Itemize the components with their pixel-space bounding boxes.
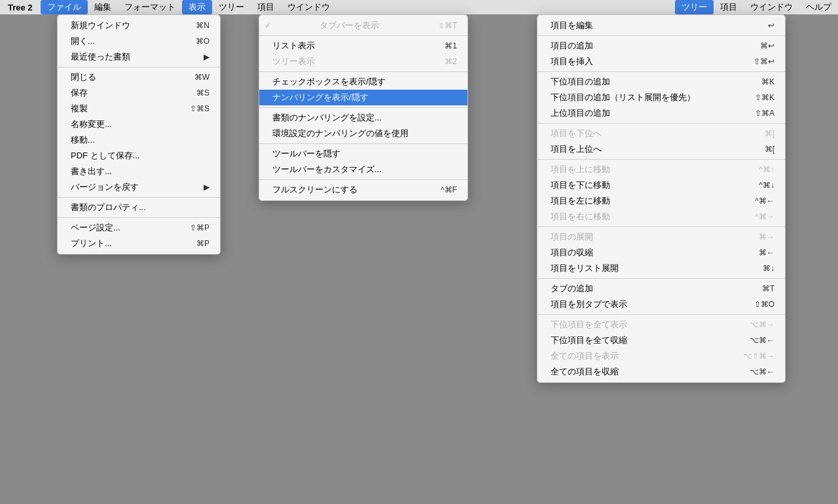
view-show-tabbar[interactable]: ✓ タブバーを表示 ⇧⌘T <box>259 18 467 33</box>
menu-help[interactable]: ヘルプ <box>799 0 838 14</box>
tree-show-in-tab[interactable]: 項目を別タブで表示 ⇧⌘O <box>537 297 785 312</box>
tree-menu-dropdown: 項目を編集 ↩ 項目の追加 ⌘↩ 項目を挿入 ⇧⌘↩ 下位項目の追加 ⌘K 下位… <box>537 14 786 383</box>
view-checkbox[interactable]: チェックボックスを表示/隠す <box>259 74 467 90</box>
file-menu-dropdown: 新規ウインドウ ⌘N 開く... ⌘O 最近使った書類 ▶ 閉じる ⌘W 保存 … <box>57 14 221 255</box>
file-new-window[interactable]: 新規ウインドウ ⌘N <box>58 18 220 33</box>
file-duplicate[interactable]: 複製 ⇧⌘S <box>58 101 220 117</box>
file-print[interactable]: プリント... ⌘P <box>58 236 220 251</box>
tree-edit-item[interactable]: 項目を編集 ↩ <box>537 18 785 33</box>
view-separator-5 <box>259 179 467 180</box>
tree-expand-all[interactable]: 全ての項目を表示 ⌥⇧⌘→ <box>537 348 785 364</box>
file-page-setup[interactable]: ページ設定... ⇧⌘P <box>58 220 220 236</box>
view-numbering[interactable]: ナンバリングを表示/隠す <box>259 90 467 105</box>
tree-add-child-list[interactable]: 下位項目の追加（リスト展開を優先） ⇧⌘K <box>537 90 785 105</box>
tree-indent[interactable]: 項目を下位へ ⌘] <box>537 126 785 141</box>
tree-collapse-all[interactable]: 全ての項目を収縮 ⌥⌘← <box>537 364 785 380</box>
tree-add-item[interactable]: 項目の追加 ⌘↩ <box>537 38 785 54</box>
tree-separator-4 <box>537 159 785 160</box>
tree-separator-3 <box>537 123 785 124</box>
tree-expand[interactable]: 項目の展開 ⌘→ <box>537 229 785 245</box>
file-revert[interactable]: バージョンを戻す ▶ <box>58 179 220 195</box>
file-save[interactable]: 保存 ⌘S <box>58 85 220 101</box>
file-recent[interactable]: 最近使った書類 ▶ <box>58 49 220 65</box>
menubar-right: ツリー 項目 ウインドウ ヘルプ <box>675 0 838 14</box>
tree-collapse-all-children[interactable]: 下位項目を全て収縮 ⌥⌘← <box>537 333 785 348</box>
tree-insert-item[interactable]: 項目を挿入 ⇧⌘↩ <box>537 54 785 69</box>
view-use-pref-numbering[interactable]: 環境設定のナンバリングの値を使用 <box>259 126 467 141</box>
view-separator-3 <box>259 107 467 108</box>
file-open[interactable]: 開く... ⌘O <box>58 33 220 49</box>
tree-list-expand[interactable]: 項目をリスト展開 ⌘↓ <box>537 261 785 276</box>
menu-file[interactable]: ファイル <box>41 0 88 14</box>
view-separator-4 <box>259 143 467 144</box>
view-hide-toolbar[interactable]: ツールバーを隠す <box>259 146 467 162</box>
file-properties[interactable]: 書類のプロパティ... <box>58 200 220 215</box>
menu-edit[interactable]: 編集 <box>88 0 118 14</box>
tree-expand-all-children[interactable]: 下位項目を全て表示 ⌥⌘→ <box>537 317 785 333</box>
view-customize-toolbar[interactable]: ツールバーをカスタマイズ... <box>259 162 467 177</box>
tree-add-parent[interactable]: 上位項目の追加 ⇧⌘A <box>537 105 785 121</box>
file-separator-2 <box>58 197 220 198</box>
menu-window-right[interactable]: ウインドウ <box>744 0 799 14</box>
menu-format[interactable]: フォーマット <box>118 0 182 14</box>
view-fullscreen[interactable]: フルスクリーンにする ^⌘F <box>259 182 467 198</box>
view-list[interactable]: リスト表示 ⌘1 <box>259 38 467 54</box>
file-rename[interactable]: 名称変更... <box>58 117 220 132</box>
menu-view[interactable]: 表示 <box>182 0 212 14</box>
tree-collapse[interactable]: 項目の収縮 ⌘← <box>537 245 785 261</box>
tree-separator-1 <box>537 35 785 36</box>
tree-separator-6 <box>537 278 785 279</box>
tree-move-up[interactable]: 項目を上に移動 ^⌘↑ <box>537 162 785 177</box>
tree-move-left[interactable]: 項目を左に移動 ^⌘← <box>537 193 785 209</box>
file-export[interactable]: 書き出す... <box>58 164 220 179</box>
menu-item-right[interactable]: 項目 <box>714 0 744 14</box>
file-separator-3 <box>58 217 220 218</box>
menubar: Tree 2 ファイル 編集 フォーマット 表示 ツリー 項目 ウインドウ ツリ… <box>0 0 838 14</box>
file-close[interactable]: 閉じる ⌘W <box>58 69 220 85</box>
tree-separator-7 <box>537 314 785 315</box>
view-separator-1 <box>259 35 467 36</box>
tree-move-right[interactable]: 項目を右に移動 ^⌘→ <box>537 209 785 225</box>
tree-add-tab[interactable]: タブの追加 ⌘T <box>537 281 785 297</box>
view-doc-numbering[interactable]: 書類のナンバリングを設定... <box>259 110 467 126</box>
file-separator-1 <box>58 67 220 67</box>
file-save-pdf[interactable]: PDF として保存... <box>58 148 220 164</box>
tree-add-child[interactable]: 下位項目の追加 ⌘K <box>537 74 785 90</box>
app-name: Tree 2 <box>0 3 41 12</box>
view-tree[interactable]: ツリー表示 ⌘2 <box>259 54 467 69</box>
file-move[interactable]: 移動... <box>58 132 220 148</box>
menu-tree-right[interactable]: ツリー <box>675 0 714 14</box>
menu-window[interactable]: ウインドウ <box>281 0 337 14</box>
tree-move-down[interactable]: 項目を下に移動 ^⌘↓ <box>537 177 785 193</box>
menu-tree[interactable]: ツリー <box>212 0 251 14</box>
tree-separator-2 <box>537 71 785 72</box>
view-menu-dropdown: ✓ タブバーを表示 ⇧⌘T リスト表示 ⌘1 ツリー表示 ⌘2 チェックボックス… <box>259 14 468 201</box>
view-separator-2 <box>259 71 467 72</box>
menu-item[interactable]: 項目 <box>251 0 281 14</box>
tree-outdent[interactable]: 項目を上位へ ⌘[ <box>537 141 785 157</box>
tree-separator-5 <box>537 226 785 227</box>
